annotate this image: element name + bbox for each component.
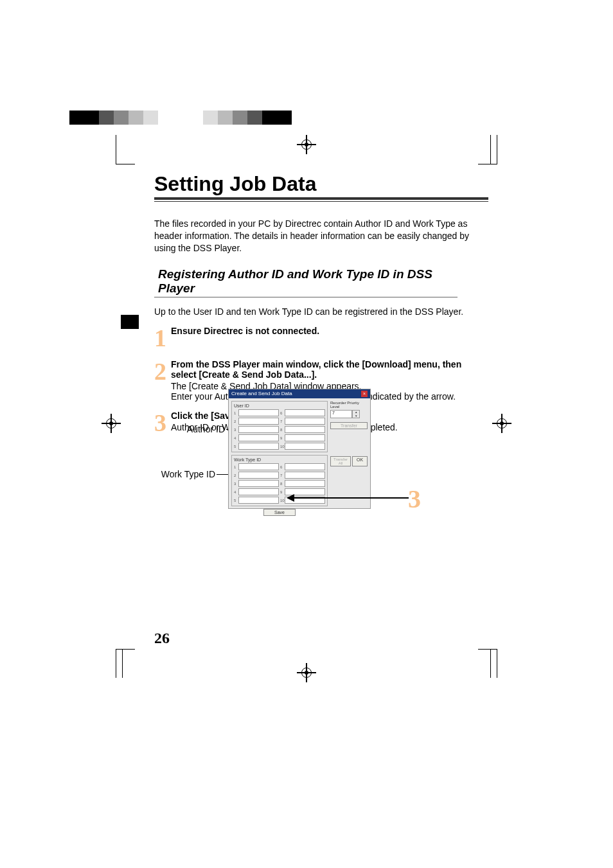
priority-value[interactable]: 7 <box>330 410 352 418</box>
user-id-field[interactable] <box>285 434 325 441</box>
priority-spinbox[interactable]: 7 ▴▾ <box>330 410 368 418</box>
work-type-field[interactable] <box>238 488 279 495</box>
user-id-field[interactable] <box>238 426 279 433</box>
registration-mark-icon <box>297 663 316 682</box>
registration-mark-icon <box>102 414 121 433</box>
registration-mark-icon <box>297 135 316 154</box>
spinner-down-icon[interactable]: ▾ <box>353 414 359 418</box>
user-id-field[interactable] <box>285 426 325 433</box>
group-label: Work Type ID <box>234 457 325 462</box>
section-description: Up to the User ID and ten Work Type ID c… <box>154 306 482 317</box>
transfer-all-button[interactable]: Transfer All <box>330 456 351 466</box>
registration-mark-icon <box>492 414 511 433</box>
close-icon[interactable]: × <box>361 391 368 397</box>
callout-line <box>294 497 409 499</box>
work-type-field[interactable] <box>238 472 279 479</box>
user-id-field[interactable] <box>285 443 325 450</box>
color-swatch-strip <box>69 111 173 125</box>
callout-number: 3 <box>408 484 421 514</box>
ok-button[interactable]: OK <box>352 456 368 466</box>
step-title: From the DSS Player main window, click t… <box>171 359 482 380</box>
step-1: 1 Ensure Directrec is not connected. <box>154 326 482 350</box>
title-rule <box>154 197 488 200</box>
dialog-screenshot: Create and Send Job Data × User ID 1 6 2… <box>228 389 371 509</box>
work-type-field[interactable] <box>238 497 279 504</box>
work-type-field[interactable] <box>238 480 279 487</box>
page-number: 26 <box>154 630 170 647</box>
work-type-field[interactable] <box>285 480 325 487</box>
color-swatch-strip <box>188 111 292 125</box>
arrow-left-icon <box>287 494 294 502</box>
step-number: 1 <box>154 326 168 350</box>
work-type-field[interactable] <box>285 472 325 479</box>
save-button[interactable]: Save <box>263 509 296 516</box>
user-id-field[interactable] <box>238 409 279 416</box>
dialog-title: Create and Send Job Data <box>231 391 292 397</box>
user-id-field[interactable] <box>285 418 325 425</box>
section-tab <box>121 315 139 329</box>
work-type-field[interactable] <box>285 463 325 470</box>
intro-text: The files recorded in your PC by Directr… <box>154 218 482 254</box>
user-id-field[interactable] <box>238 418 279 425</box>
author-id-label: Author ID <box>161 424 225 434</box>
transfer-button[interactable]: Transfer <box>330 422 368 429</box>
section-subtitle: Registering Author ID and Work Type ID i… <box>154 266 458 297</box>
step-title: Ensure Directrec is not connected. <box>171 326 482 336</box>
priority-label: Recorder Priority Level <box>330 401 368 409</box>
group-label: User ID <box>234 403 325 408</box>
work-type-field[interactable] <box>238 463 279 470</box>
user-id-field[interactable] <box>238 434 279 441</box>
work-type-id-label: Work Type ID <box>151 469 215 479</box>
work-type-group: Work Type ID 1 6 2 7 3 8 4 9 5 10 <box>231 455 328 506</box>
user-id-field[interactable] <box>238 443 279 450</box>
dialog-titlebar: Create and Send Job Data × <box>229 389 370 398</box>
page-title: Setting Job Data <box>154 172 482 196</box>
user-id-field[interactable] <box>285 409 325 416</box>
user-id-group: User ID 1 6 2 7 3 8 4 9 5 10 <box>231 401 328 452</box>
